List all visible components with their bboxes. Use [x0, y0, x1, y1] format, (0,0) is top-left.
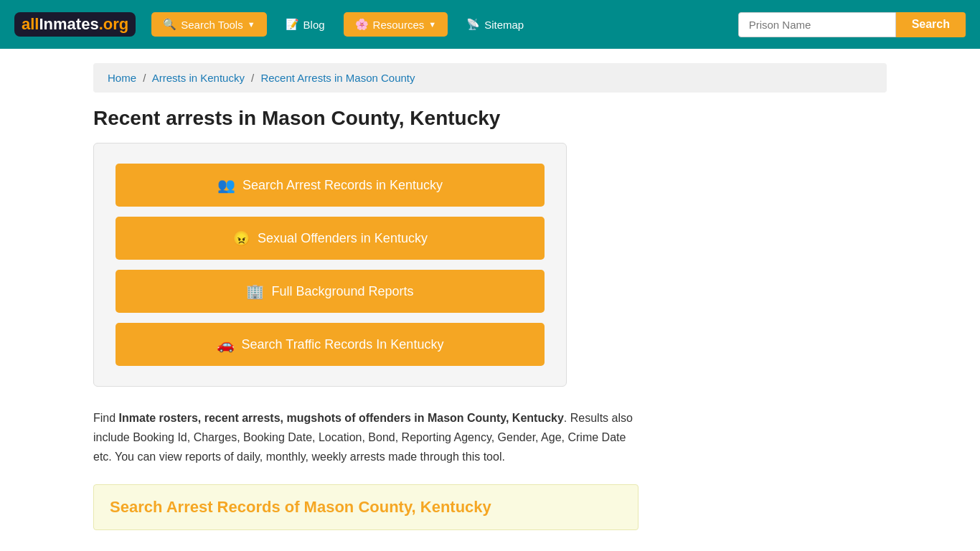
- search-arrest-label: Search Arrest Records in Kentucky: [242, 178, 443, 193]
- breadcrumb-sep1: /: [143, 72, 146, 84]
- resources-icon: 🌸: [355, 18, 369, 31]
- traffic-icon: 🚗: [217, 336, 235, 353]
- search-arrest-button[interactable]: 👥 Search Arrest Records in Kentucky: [116, 164, 545, 207]
- resources-arrow: ▼: [428, 20, 436, 29]
- prison-search-button[interactable]: Search: [896, 12, 966, 37]
- background-button[interactable]: 🏢 Full Background Reports: [116, 270, 545, 313]
- nav-search-tools[interactable]: 🔍 Search Tools ▼: [151, 12, 266, 37]
- breadcrumb-arrests[interactable]: Arrests in Kentucky: [152, 72, 245, 84]
- search-tools-arrow: ▼: [248, 20, 255, 29]
- resources-label: Resources: [373, 19, 425, 31]
- action-button-box: 👥 Search Arrest Records in Kentucky 😠 Se…: [93, 143, 567, 387]
- nav-sitemap[interactable]: 📡 Sitemap: [456, 12, 534, 37]
- background-label: Full Background Reports: [271, 284, 413, 299]
- breadcrumb-sep2: /: [251, 72, 254, 84]
- sexual-offenders-icon: 😠: [232, 230, 250, 247]
- search-tools-icon: 🔍: [163, 18, 176, 31]
- logo-text: allInmates.org: [22, 15, 128, 34]
- page-description: Find Inmate rosters, recent arrests, mug…: [93, 408, 639, 467]
- search-button-label: Search: [912, 18, 950, 30]
- breadcrumb: Home / Arrests in Kentucky / Recent Arre…: [93, 63, 887, 93]
- page-title: Recent arrests in Mason County, Kentucky: [93, 107, 887, 130]
- header: allInmates.org 🔍 Search Tools ▼ 📝 Blog 🌸…: [0, 0, 980, 49]
- search-arrest-icon: 👥: [217, 176, 235, 194]
- traffic-button[interactable]: 🚗 Search Traffic Records In Kentucky: [116, 323, 545, 366]
- main-content: Recent arrests in Mason County, Kentucky…: [93, 93, 887, 545]
- desc-bold: Inmate rosters, recent arrests, mugshots…: [119, 412, 564, 424]
- bottom-section: Search Arrest Records of Mason County, K…: [93, 484, 639, 530]
- sexual-offenders-label: Sexual Offenders in Kentucky: [258, 231, 428, 246]
- breadcrumb-current: Recent Arrests in Mason County: [260, 72, 415, 84]
- sitemap-label: Sitemap: [484, 19, 524, 31]
- logo-nmates: nmates: [44, 15, 99, 33]
- traffic-label: Search Traffic Records In Kentucky: [242, 337, 444, 352]
- logo-all: all: [22, 15, 39, 33]
- prison-search-input[interactable]: [738, 12, 896, 37]
- blog-icon: 📝: [286, 18, 299, 31]
- nav-resources[interactable]: 🌸 Resources ▼: [344, 12, 448, 37]
- desc-pre: Find: [93, 412, 119, 424]
- breadcrumb-home[interactable]: Home: [108, 72, 136, 84]
- nav-blog[interactable]: 📝 Blog: [275, 12, 335, 37]
- header-search: Search: [738, 12, 966, 37]
- bottom-heading: Search Arrest Records of Mason County, K…: [110, 498, 622, 517]
- sitemap-icon: 📡: [466, 18, 480, 31]
- blog-label: Blog: [303, 19, 325, 31]
- sexual-offenders-button[interactable]: 😠 Sexual Offenders in Kentucky: [116, 217, 545, 260]
- logo[interactable]: allInmates.org: [14, 12, 136, 37]
- logo-org: .org: [99, 15, 129, 33]
- background-icon: 🏢: [246, 283, 264, 300]
- search-tools-label: Search Tools: [181, 19, 242, 31]
